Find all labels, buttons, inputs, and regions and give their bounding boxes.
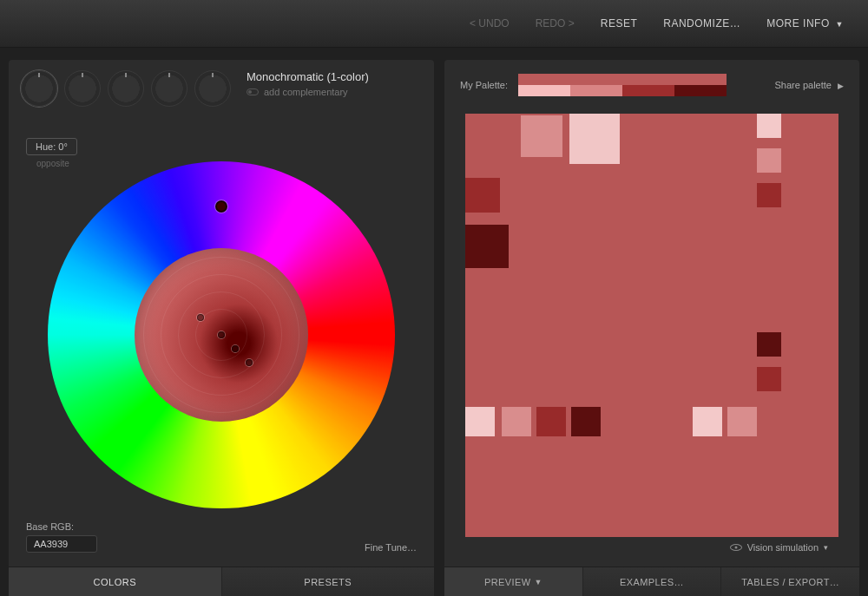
chevron-right-icon: ▶ xyxy=(838,82,844,90)
shade-marker-3[interactable] xyxy=(232,345,239,352)
scheme-triad-dial[interactable] xyxy=(108,70,144,107)
hue-marker[interactable] xyxy=(215,200,227,213)
shade-marker-4[interactable] xyxy=(246,359,253,366)
preview-swatch xyxy=(502,407,531,436)
more-info-button[interactable]: MORE INFO ▼ xyxy=(766,17,844,29)
add-complementary-label: add complementary xyxy=(264,87,348,97)
preview-swatch xyxy=(757,148,781,173)
right-panel: My Palette: Share palette ▶ Vision simul… xyxy=(444,60,859,596)
scheme-freestyle-dial[interactable] xyxy=(194,70,231,107)
preview-swatch xyxy=(757,367,781,391)
chevron-down-icon: ▼ xyxy=(836,20,844,29)
preview-swatch xyxy=(757,332,781,357)
scheme-mono-dial[interactable] xyxy=(21,70,57,107)
toggle-icon xyxy=(247,88,259,95)
preview-swatch xyxy=(465,178,500,213)
redo-button[interactable]: REDO > xyxy=(536,17,575,29)
scheme-tetrad-dial[interactable] xyxy=(151,70,187,107)
eye-icon xyxy=(730,544,742,551)
preview-swatch xyxy=(465,407,495,436)
more-info-label: MORE INFO xyxy=(766,17,830,29)
left-panel: Monochromatic (1-color) add complementar… xyxy=(9,60,434,596)
add-complementary-toggle[interactable]: add complementary xyxy=(247,87,422,97)
preview-swatch xyxy=(727,407,757,436)
tab-examples[interactable]: EXAMPLES… xyxy=(583,567,722,596)
preview-swatch xyxy=(521,115,562,157)
undo-button[interactable]: < UNDO xyxy=(470,17,510,29)
tab-tables-export[interactable]: TABLES / EXPORT… xyxy=(721,567,859,596)
tab-preview[interactable]: PREVIEW ▼ xyxy=(444,567,583,596)
preview-board xyxy=(465,114,838,537)
preview-swatch xyxy=(693,407,722,436)
fine-tune-button[interactable]: Fine Tune… xyxy=(365,542,417,553)
base-rgb-input[interactable] xyxy=(26,535,97,553)
preview-swatch xyxy=(757,183,781,207)
scheme-selector xyxy=(21,70,231,107)
scheme-complement-dial[interactable] xyxy=(64,70,101,107)
my-palette-label: My Palette: xyxy=(460,80,508,90)
tab-preview-label: PREVIEW xyxy=(484,577,531,587)
base-rgb-label: Base RGB: xyxy=(26,521,97,532)
preview-swatch xyxy=(465,225,509,268)
share-palette-button[interactable]: Share palette ▶ xyxy=(775,80,845,90)
scheme-title: Monochromatic (1-color) xyxy=(247,70,422,83)
chevron-down-icon: ▾ xyxy=(824,543,828,552)
top-toolbar: < UNDO REDO > RESET RANDOMIZE… MORE INFO… xyxy=(0,0,868,48)
shade-marker-1[interactable] xyxy=(218,331,225,338)
color-wheel[interactable] xyxy=(48,161,395,508)
shade-marker-2[interactable] xyxy=(197,314,204,321)
preview-swatch xyxy=(757,114,781,138)
tab-colors[interactable]: COLORS xyxy=(9,567,222,596)
randomize-button[interactable]: RANDOMIZE… xyxy=(663,17,740,29)
vision-simulation-button[interactable]: Vision simulation ▾ xyxy=(465,537,838,560)
preview-swatch xyxy=(571,407,601,436)
chevron-down-icon: ▼ xyxy=(534,578,542,586)
vision-label: Vision simulation xyxy=(747,542,819,553)
reset-button[interactable]: RESET xyxy=(601,17,638,29)
share-palette-label: Share palette xyxy=(775,80,832,90)
preview-swatch xyxy=(536,407,566,436)
palette-strip[interactable] xyxy=(518,74,727,96)
tab-presets[interactable]: PRESETS xyxy=(222,567,435,596)
preview-swatch xyxy=(569,114,620,164)
